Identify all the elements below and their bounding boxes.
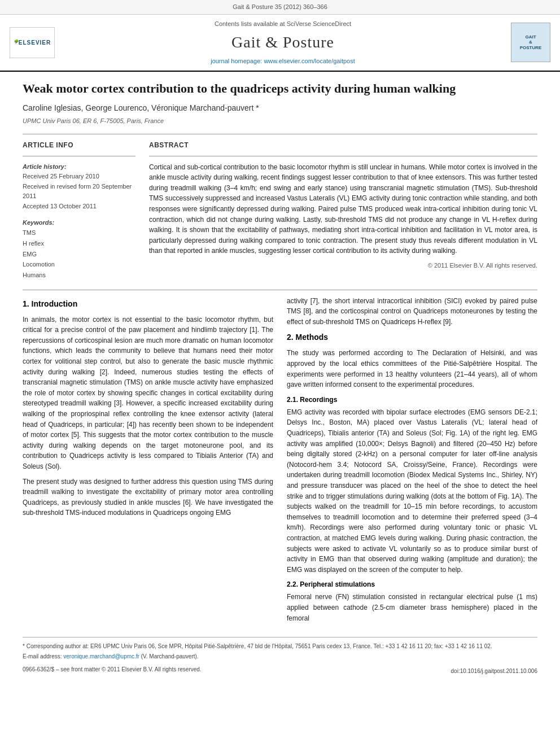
sciverse-link: Contents lists available at SciVerse Sci… bbox=[63, 19, 502, 29]
article-info-column: ARTICLE INFO Article history: Received 2… bbox=[23, 140, 135, 281]
article-info-abstract-section: ARTICLE INFO Article history: Received 2… bbox=[23, 140, 537, 281]
journal-name: Gait & Posture bbox=[63, 30, 502, 54]
article-footer: * Corresponding author at: ER6 UPMC Univ… bbox=[23, 637, 537, 675]
homepage-url[interactable]: www.elsevier.com/locate/gaitpost bbox=[264, 58, 355, 64]
journal-header: 🌳 ELSEVIER Contents lists available at S… bbox=[0, 15, 560, 72]
body-left-col: 1. Introduction In animals, the motor co… bbox=[23, 296, 273, 628]
gait-posture-badge: GAIT & POSTURE bbox=[511, 23, 550, 62]
article-info-label: ARTICLE INFO bbox=[23, 140, 135, 150]
body-right-col: activity [7], the short interval intraco… bbox=[287, 296, 537, 628]
divider-top bbox=[23, 134, 537, 134]
footnote-star: * Corresponding author at: ER6 UPMC Univ… bbox=[23, 642, 537, 650]
intro-paragraph2: The present study was designed to furthe… bbox=[23, 477, 273, 518]
article-container: Weak motor cortex contribution to the qu… bbox=[0, 72, 560, 687]
page-bottom: 0966-6362/$ – see front matter © 2011 El… bbox=[23, 665, 537, 675]
doi-text: doi:10.1016/j.gaitpost.2011.10.006 bbox=[451, 667, 537, 675]
copyright: © 2011 Elsevier B.V. All rights reserved… bbox=[149, 261, 537, 270]
keyword-locomotion: Locomotion bbox=[23, 259, 135, 270]
journal-volume-info: Gait & Posture 35 (2012) 360–366 bbox=[233, 3, 327, 10]
divider-body bbox=[23, 290, 537, 290]
keywords-label: Keywords: bbox=[23, 217, 135, 228]
divider-article-info bbox=[23, 156, 135, 156]
email-link[interactable]: veronique.marchand@upmc.fr bbox=[63, 653, 139, 659]
article-history-label: Article history: bbox=[23, 162, 135, 172]
article-history: Article history: Received 25 February 20… bbox=[23, 162, 135, 212]
journal-center-info: Contents lists available at SciVerse Sci… bbox=[63, 19, 502, 66]
abstract-text: Cortical and sub-cortical contribution t… bbox=[149, 162, 537, 256]
recordings-subsection: 2.1. Recordings bbox=[287, 395, 537, 405]
keywords-section: Keywords: TMS H reflex EMG Locomotion Hu… bbox=[23, 217, 135, 281]
keyword-tms: TMS bbox=[23, 228, 135, 238]
peripheral-text: Femoral nerve (FN) stimulation consisted… bbox=[287, 592, 537, 623]
article-title: Weak motor cortex contribution to the qu… bbox=[23, 81, 537, 97]
methods-section-title: 2. Methods bbox=[287, 331, 537, 343]
keyword-hreflex: H reflex bbox=[23, 238, 135, 249]
right-paragraph1: activity [7], the short interval intraco… bbox=[287, 296, 537, 327]
keyword-humans: Humans bbox=[23, 270, 135, 281]
authors: Caroline Iglesias, George Lourenco, Véro… bbox=[23, 102, 537, 114]
abstract-label: ABSTRACT bbox=[149, 140, 537, 150]
received-date: Received 25 February 2010 bbox=[23, 172, 135, 182]
affiliation: UPMC Univ Paris 06, ER 6, F-75005, Paris… bbox=[23, 116, 537, 126]
peripheral-subsection: 2.2. Peripheral stimulations bbox=[287, 579, 537, 589]
abstract-column: ABSTRACT Cortical and sub-cortical contr… bbox=[149, 140, 537, 281]
gait-posture-badge-area: GAIT & POSTURE bbox=[508, 19, 553, 66]
revised-date: Received in revised form 20 September 20… bbox=[23, 182, 135, 202]
elsevier-logo: 🌳 ELSEVIER bbox=[10, 27, 55, 58]
divider-abstract bbox=[149, 156, 537, 156]
issn-text: 0966-6362/$ – see front matter © 2011 El… bbox=[23, 665, 202, 674]
intro-section-title: 1. Introduction bbox=[23, 298, 273, 310]
keyword-emg: EMG bbox=[23, 249, 135, 260]
footnote-email: E-mail address: veronique.marchand@upmc.… bbox=[23, 652, 537, 661]
methods-paragraph1: The study was performed according to The… bbox=[287, 348, 537, 390]
recordings-text: EMG activity was recorded with bipolar s… bbox=[287, 407, 537, 575]
journal-homepage: journal homepage: www.elsevier.com/locat… bbox=[63, 56, 502, 66]
accepted-date: Accepted 13 October 2011 bbox=[23, 202, 135, 212]
intro-paragraph1: In animals, the motor cortex is not esse… bbox=[23, 314, 273, 472]
elsevier-logo-area: 🌳 ELSEVIER bbox=[7, 19, 58, 66]
top-bar: Gait & Posture 35 (2012) 360–366 bbox=[0, 0, 560, 15]
body-section: 1. Introduction In animals, the motor co… bbox=[23, 296, 537, 628]
